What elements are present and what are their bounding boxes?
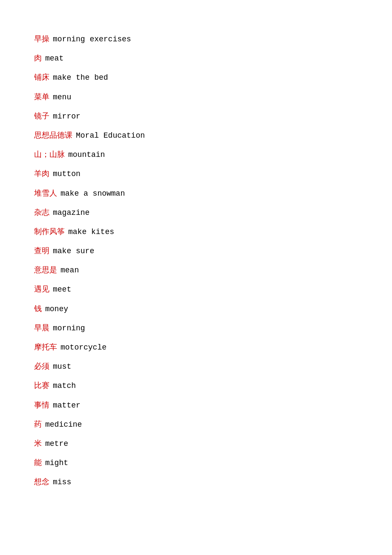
list-item: 药medicine (34, 415, 358, 434)
english-text: medicine (45, 419, 82, 430)
english-text: metre (45, 439, 68, 449)
list-item: 羊肉mutton (34, 165, 358, 184)
english-text: Moral Education (76, 130, 145, 141)
list-item: 米metre (34, 434, 358, 454)
english-text: might (45, 458, 68, 468)
list-item: 意思是mean (34, 261, 358, 280)
english-text: mountain (68, 150, 105, 160)
chinese-text: 能 (34, 458, 42, 468)
chinese-text: 杂志 (34, 208, 49, 218)
chinese-text: 查明 (34, 246, 49, 257)
chinese-text: 药 (34, 419, 42, 430)
list-item: 杂志magazine (34, 203, 358, 223)
chinese-text: 堆雪人 (34, 188, 57, 199)
chinese-text: 钱 (34, 304, 42, 315)
list-item: 镜子mirror (34, 107, 358, 126)
english-text: morning (53, 323, 85, 334)
chinese-text: 山；山脉 (34, 150, 65, 160)
english-text: money (45, 304, 68, 315)
english-text: mean (61, 265, 79, 276)
chinese-text: 制作风筝 (34, 227, 65, 237)
chinese-text: 肉 (34, 53, 42, 64)
list-item: 菜单menu (34, 88, 358, 107)
english-text: mirror (53, 111, 81, 122)
list-item: 制作风筝make kites (34, 223, 358, 242)
english-text: make sure (53, 246, 94, 257)
chinese-text: 镜子 (34, 111, 49, 122)
chinese-text: 比赛 (34, 381, 49, 391)
english-text: meat (45, 53, 63, 64)
list-item: 能might (34, 454, 358, 473)
chinese-text: 米 (34, 439, 42, 449)
list-item: 铺床make the bed (34, 68, 358, 87)
list-item: 比赛match (34, 376, 358, 396)
list-item: 钱money (34, 300, 358, 319)
english-text: mutton (53, 169, 81, 179)
english-text: miss (53, 477, 71, 488)
list-item: 事情matter (34, 396, 358, 415)
chinese-text: 早晨 (34, 323, 49, 334)
english-text: meet (53, 284, 71, 295)
chinese-text: 想念 (34, 477, 49, 488)
chinese-text: 铺床 (34, 72, 49, 83)
list-item: 肉meat (34, 49, 358, 68)
chinese-text: 事情 (34, 400, 49, 411)
vocabulary-list: 早操morning exercises肉meat铺床make the bed菜单… (34, 30, 358, 492)
list-item: 想念miss (34, 473, 358, 492)
list-item: 山；山脉mountain (34, 145, 358, 165)
english-text: match (53, 381, 76, 391)
english-text: motorcycle (61, 342, 107, 353)
chinese-text: 遇见 (34, 284, 49, 295)
chinese-text: 摩托车 (34, 342, 57, 353)
list-item: 摩托车motorcycle (34, 338, 358, 357)
list-item: 堆雪人make a snowman (34, 184, 358, 203)
english-text: morning exercises (53, 34, 131, 45)
chinese-text: 菜单 (34, 92, 49, 103)
english-text: matter (53, 400, 81, 411)
chinese-text: 意思是 (34, 265, 57, 276)
chinese-text: 羊肉 (34, 169, 49, 179)
chinese-text: 早操 (34, 34, 49, 45)
list-item: 早晨morning (34, 319, 358, 338)
list-item: 遇见meet (34, 280, 358, 299)
chinese-text: 思想品德课 (34, 130, 72, 141)
english-text: make a snowman (61, 188, 125, 199)
english-text: magazine (53, 208, 89, 218)
list-item: 查明make sure (34, 242, 358, 261)
english-text: make kites (68, 227, 114, 237)
list-item: 思想品德课Moral Education (34, 126, 358, 145)
list-item: 必须must (34, 357, 358, 376)
english-text: menu (53, 92, 71, 103)
chinese-text: 必须 (34, 361, 49, 372)
english-text: make the bed (53, 72, 108, 83)
english-text: must (53, 361, 71, 372)
list-item: 早操morning exercises (34, 30, 358, 49)
